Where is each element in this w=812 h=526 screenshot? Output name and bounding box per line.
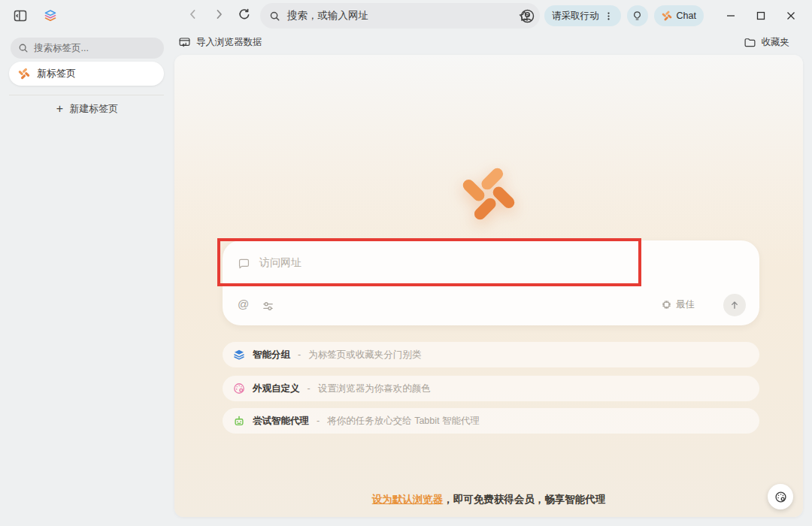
maximize-button[interactable]	[746, 3, 776, 29]
footer-text: ，即可免费获得会员，畅享智能代理	[443, 494, 605, 505]
lightbulb-button[interactable]	[627, 5, 648, 26]
layers-blue-icon	[233, 349, 245, 361]
search-icon	[18, 43, 29, 53]
forward-icon[interactable]	[208, 3, 230, 26]
omnibox-toolbar: @ 最佳	[223, 295, 759, 318]
feature-description: 设置浏览器为你喜欢的颜色	[318, 382, 431, 395]
feature-appearance-customize[interactable]: 外观自定义 - 设置浏览器为你喜欢的颜色	[223, 376, 759, 401]
feature-description: 为标签页或收藏夹分门别类	[308, 349, 421, 361]
model-selector-label: 最佳	[676, 298, 695, 311]
sliders-settings-icon[interactable]	[262, 300, 274, 313]
folder-icon	[744, 36, 756, 49]
address-bar-placeholder[interactable]: 搜索，或输入网址	[287, 9, 511, 23]
favorites-label: 收藏夹	[762, 36, 790, 49]
tabbit-logo-icon	[662, 11, 672, 21]
chat-label: Chat	[677, 11, 696, 21]
reload-icon[interactable]	[233, 3, 256, 26]
new-tab-button[interactable]: + 新建标签页	[0, 98, 174, 120]
import-data-label: 导入浏览器数据	[196, 36, 262, 49]
tabbit-logo-large	[460, 165, 517, 222]
feature-description: 将你的任务放心交给 Tabbit 智能代理	[327, 415, 480, 428]
take-action-button[interactable]: 请采取行动	[544, 5, 621, 26]
search-icon	[269, 11, 280, 22]
feature-title: 外观自定义	[253, 382, 300, 395]
palette-icon	[774, 491, 787, 503]
sidebar: 搜索标签页... 新标签页 + 新建标签页	[0, 32, 174, 526]
model-selector-button[interactable]: 最佳	[661, 298, 695, 311]
feature-smart-grouping[interactable]: 智能分组 - 为标签页或收藏夹分门别类	[223, 342, 759, 367]
new-tab-label: 新建标签页	[69, 102, 118, 116]
tab-search-placeholder: 搜索标签页...	[34, 42, 89, 55]
chip-icon	[661, 299, 672, 310]
feature-separator: -	[298, 349, 301, 360]
palette-pink-icon	[233, 382, 245, 394]
active-tab-label: 新标签页	[37, 67, 76, 80]
set-default-browser-link[interactable]: 设为默认浏览器	[372, 494, 444, 505]
take-action-label: 请采取行动	[552, 10, 599, 23]
url-input-placeholder: 访问网址	[259, 256, 301, 270]
import-data-icon	[178, 36, 191, 49]
submit-button[interactable]	[723, 294, 746, 316]
mention-button[interactable]: @	[238, 298, 249, 310]
profile-icon[interactable]	[516, 5, 538, 27]
tabbit-logo-icon	[18, 68, 30, 80]
address-bar[interactable]: 搜索，或输入网址	[260, 3, 540, 29]
tab-groups-layers-icon[interactable]	[39, 5, 62, 27]
theme-palette-fab[interactable]	[768, 484, 793, 509]
feature-title: 智能分组	[253, 349, 290, 361]
feature-try-agent[interactable]: 尝试智能代理 - 将你的任务放心交给 Tabbit 智能代理	[223, 408, 759, 434]
omnibox-card[interactable]: 访问网址 @ 最佳	[223, 240, 759, 325]
robot-green-icon	[233, 415, 245, 427]
favorites-button[interactable]: 收藏夹	[744, 36, 790, 49]
comment-bubble-icon	[238, 257, 250, 270]
sidebar-item-new-tab-active[interactable]: 新标签页	[9, 62, 164, 86]
arrow-up-icon	[729, 300, 740, 310]
kebab-menu-icon[interactable]	[604, 11, 614, 21]
tab-search-input[interactable]: 搜索标签页...	[11, 38, 164, 59]
set-default-footer: 设为默认浏览器，即可免费获得会员，畅享智能代理	[174, 493, 803, 506]
titlebar: 搜索，或输入网址 请采取行动	[0, 0, 812, 32]
close-button[interactable]	[776, 3, 806, 29]
url-input[interactable]: 访问网址	[238, 256, 301, 270]
sidebar-divider	[9, 95, 164, 95]
chat-button[interactable]: Chat	[654, 5, 704, 26]
lightbulb-icon	[632, 11, 643, 22]
feature-title: 尝试智能代理	[253, 415, 309, 428]
import-browser-data-button[interactable]: 导入浏览器数据	[178, 36, 262, 49]
plus-icon: +	[56, 103, 63, 115]
back-icon[interactable]	[182, 3, 205, 26]
feature-separator: -	[308, 383, 311, 394]
sidebar-toggle-icon[interactable]	[9, 5, 32, 27]
minimize-button[interactable]	[716, 3, 746, 29]
feature-separator: -	[317, 416, 320, 426]
